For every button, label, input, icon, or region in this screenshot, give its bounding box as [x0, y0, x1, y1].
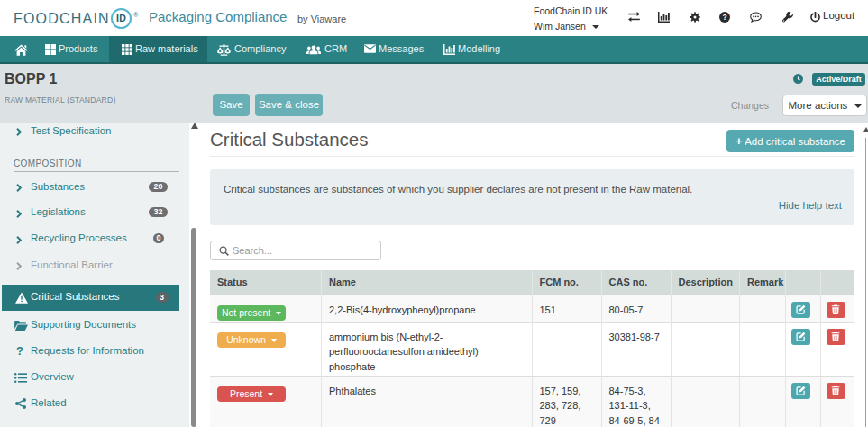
svg-text:?: ?	[722, 13, 726, 22]
